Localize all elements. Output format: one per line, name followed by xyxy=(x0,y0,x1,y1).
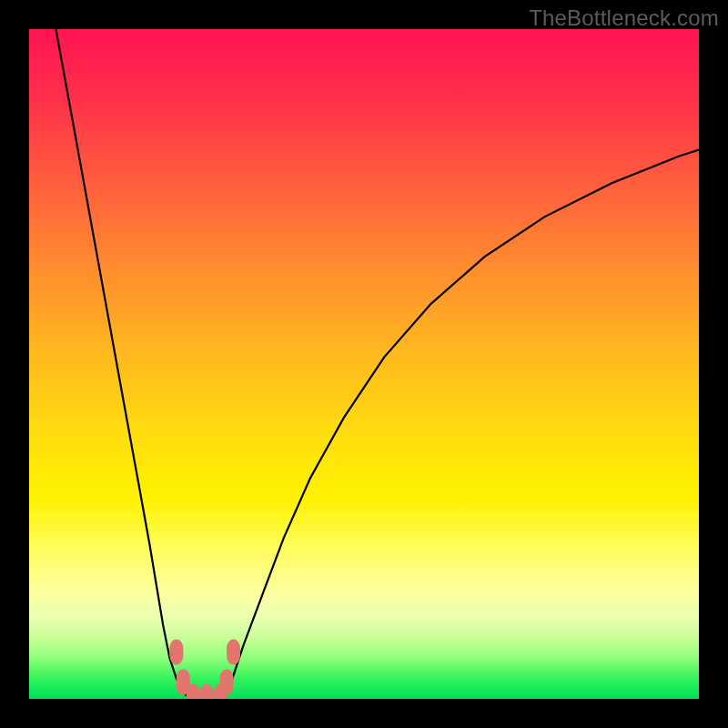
marker-floor-mid xyxy=(200,684,214,699)
curve-svg xyxy=(29,29,699,699)
curve-left-branch xyxy=(56,29,189,699)
watermark-text: TheBottleneck.com xyxy=(529,5,719,31)
chart-frame: TheBottleneck.com xyxy=(0,0,728,728)
plot-area xyxy=(29,29,699,699)
markers-group xyxy=(169,640,240,700)
curve-right-branch xyxy=(223,150,699,700)
marker-right-upper xyxy=(227,640,240,665)
marker-left-upper xyxy=(169,640,183,665)
marker-right-lower xyxy=(220,670,234,695)
